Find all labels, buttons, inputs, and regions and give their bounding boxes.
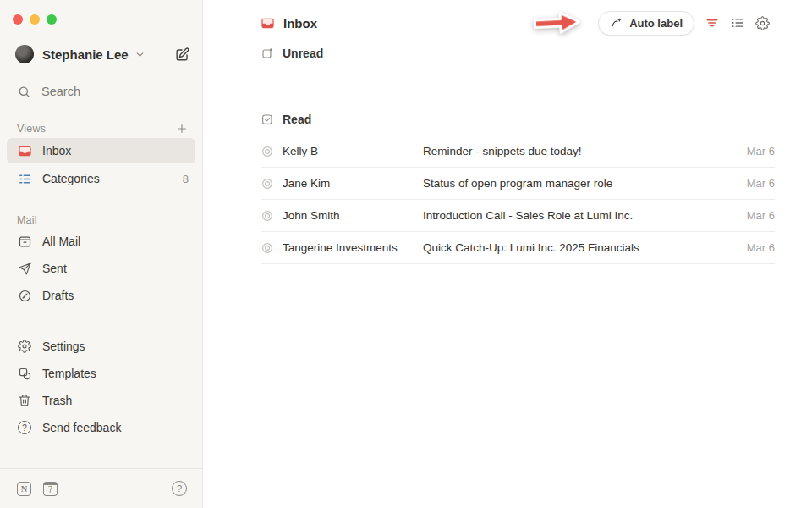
sparkle-icon: [610, 16, 623, 30]
page-title: Inbox: [283, 16, 317, 30]
shapes-icon: [17, 367, 32, 381]
sidebar-item-all-mail[interactable]: All Mail: [0, 228, 202, 255]
sidebar-item-drafts[interactable]: Drafts: [0, 282, 202, 309]
compose-button[interactable]: [174, 47, 190, 63]
sidebar-item-label: Templates: [42, 367, 96, 380]
views-section-header: Views: [0, 121, 202, 136]
email-row[interactable]: John Smith Introduction Call - Sales Rol…: [261, 200, 775, 232]
sidebar: Stephanie Lee Search Views Inbox Categor…: [0, 0, 203, 508]
avatar: [15, 45, 34, 64]
sidebar-item-templates[interactable]: Templates: [0, 360, 202, 387]
sidebar-item-settings[interactable]: Settings: [0, 333, 202, 360]
sidebar-item-label: Send feedback: [42, 421, 121, 434]
email-date: Mar 6: [747, 209, 775, 222]
unread-section-header[interactable]: Unread: [261, 46, 775, 69]
read-indicator-icon: [261, 145, 274, 158]
inbox-icon: [261, 16, 275, 30]
draft-icon: [17, 289, 32, 303]
list-view-icon[interactable]: [730, 15, 745, 30]
sidebar-item-send-feedback[interactable]: ? Send feedback: [0, 414, 202, 441]
unread-icon: [261, 47, 274, 60]
user-name: Stephanie Lee: [42, 47, 129, 62]
archive-icon: [17, 235, 32, 249]
main-header: Inbox Auto label: [261, 10, 770, 36]
sidebar-item-label: Settings: [42, 340, 85, 353]
sidebar-footer: N 7 ?: [0, 468, 202, 508]
email-row[interactable]: Tangerine Investments Quick Catch-Up: Lu…: [261, 232, 775, 264]
email-date: Mar 6: [747, 177, 775, 190]
email-sender: Tangerine Investments: [283, 241, 414, 254]
close-window-button[interactable]: [13, 14, 23, 25]
categories-count: 8: [183, 173, 189, 185]
question-circle-icon: ?: [17, 421, 32, 434]
sidebar-item-sent[interactable]: Sent: [0, 255, 202, 282]
sidebar-item-categories[interactable]: Categories 8: [0, 165, 202, 192]
sidebar-item-label: Inbox: [42, 144, 71, 157]
annotation-arrow-icon: [529, 7, 584, 38]
email-sender: John Smith: [283, 209, 414, 222]
window-controls: [0, 0, 202, 25]
sidebar-item-label: Drafts: [42, 289, 74, 302]
read-indicator-icon: [261, 177, 274, 190]
email-subject: Introduction Call - Sales Role at Lumi I…: [423, 209, 738, 222]
search-placeholder: Search: [41, 85, 80, 98]
sidebar-item-label: Categories: [42, 172, 100, 185]
email-date: Mar 6: [747, 145, 775, 157]
email-subject: Quick Catch-Up: Lumi Inc. 2025 Financial…: [423, 241, 738, 254]
minimize-window-button[interactable]: [30, 14, 40, 25]
sidebar-item-label: Trash: [42, 394, 72, 407]
chevron-down-icon: [134, 49, 145, 60]
notion-app-icon[interactable]: N: [17, 482, 31, 496]
paper-plane-icon: [17, 262, 32, 276]
sidebar-item-label: All Mail: [42, 235, 80, 248]
email-date: Mar 6: [747, 241, 775, 254]
settings-gear-icon[interactable]: [755, 16, 770, 30]
checkbox-checked-icon: [261, 113, 274, 126]
search-icon: [17, 85, 31, 99]
trash-icon: [17, 394, 32, 407]
filter-icon[interactable]: [705, 15, 720, 30]
email-row[interactable]: Kelly B Reminder - snippets due today! M…: [261, 135, 775, 168]
read-section-header[interactable]: Read: [261, 112, 775, 135]
sidebar-spacer: [0, 309, 202, 333]
mail-section-header: Mail: [0, 213, 202, 228]
email-subject: Reminder - snippets due today!: [423, 145, 738, 157]
search-input[interactable]: Search: [17, 82, 190, 101]
email-sender: Jane Kim: [283, 177, 414, 190]
page-title-group: Inbox: [261, 16, 317, 30]
category-list-icon: [17, 172, 32, 186]
main-panel: Inbox Auto label Unread Read Kelly B Rem…: [204, 0, 812, 508]
inbox-icon: [17, 144, 32, 158]
email-list: Unread Read Kelly B Reminder - snippets …: [261, 46, 775, 264]
email-row[interactable]: Jane Kim Status of open program manager …: [261, 168, 775, 200]
sidebar-item-trash[interactable]: Trash: [0, 387, 202, 414]
sidebar-item-inbox[interactable]: Inbox: [7, 138, 195, 163]
calendar-app-icon[interactable]: 7: [43, 482, 58, 496]
email-sender: Kelly B: [283, 145, 414, 157]
read-indicator-icon: [261, 209, 274, 223]
read-indicator-icon: [261, 241, 274, 255]
sidebar-item-label: Sent: [42, 262, 67, 275]
gear-icon: [17, 340, 32, 353]
email-subject: Status of open program manager role: [423, 177, 738, 190]
help-icon[interactable]: ?: [172, 481, 187, 496]
add-view-button[interactable]: [175, 122, 189, 135]
zoom-window-button[interactable]: [47, 14, 57, 25]
auto-label-button[interactable]: Auto label: [598, 11, 694, 36]
account-switcher[interactable]: Stephanie Lee: [15, 43, 190, 65]
